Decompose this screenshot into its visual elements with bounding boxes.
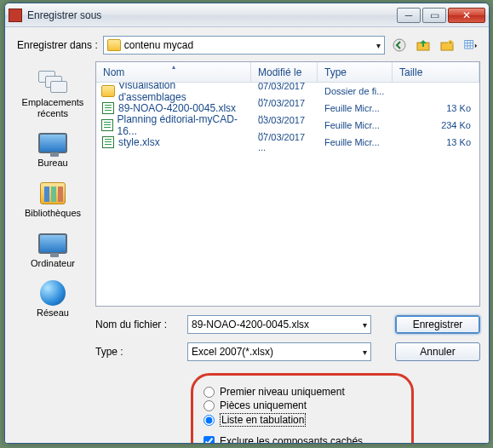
file-name: Planning éditorial-myCAD-16... (118, 113, 244, 137)
places-sidebar: Emplacements récents Bureau Bibliothèque… (10, 61, 95, 444)
file-type: Feuille Micr... (318, 120, 393, 130)
filename-input[interactable]: 89-NOAO-4200-0045.xlsx (187, 315, 371, 334)
save-in-label: Enregistrer dans : (17, 39, 98, 51)
up-one-level-button[interactable] (414, 36, 433, 55)
location-row: Enregistrer dans : contenu mycad (17, 36, 480, 55)
file-type: Feuille Micr... (318, 103, 393, 113)
place-computer[interactable]: Ordinateur (13, 226, 93, 274)
excel-icon (101, 118, 114, 132)
view-menu-button[interactable] (461, 36, 480, 55)
window-title: Enregistrer sous (27, 9, 395, 21)
maximize-button[interactable]: ▭ (422, 8, 446, 23)
titlebar[interactable]: Enregistrer sous ─ ▭ ✕ (5, 3, 489, 27)
col-name[interactable]: ▴Nom (96, 62, 251, 82)
check-exclude-hidden[interactable]: Exclure les composants cachés (204, 435, 382, 444)
dialog-body: Enregistrer dans : contenu mycad (5, 27, 489, 443)
radio-tab-list[interactable]: Liste en tabulation (204, 413, 382, 427)
new-folder-button[interactable] (438, 36, 456, 55)
radio-parts-only[interactable]: Pièces uniquement (204, 399, 382, 411)
app-icon (9, 9, 22, 22)
save-as-dialog: Enregistrer sous ─ ▭ ✕ Enregistrer dans … (4, 3, 490, 444)
type-combo[interactable]: Excel 2007(*.xlsx) (187, 342, 371, 361)
file-row[interactable]: Planning éditorial-myCAD-16...03/03/2017… (96, 117, 479, 134)
col-type[interactable]: Type (318, 62, 393, 82)
type-label: Type : (95, 346, 181, 358)
file-type: Feuille Micr... (318, 137, 393, 147)
column-headers[interactable]: ▴Nom Modifié le Type Taille (96, 62, 479, 83)
location-value: contenu mycad (124, 39, 193, 51)
close-button[interactable]: ✕ (448, 8, 485, 23)
cancel-button[interactable]: Annuler (395, 342, 480, 361)
file-size: 13 Ko (393, 137, 479, 147)
type-row: Type : Excel 2007(*.xlsx) Annuler (95, 342, 480, 361)
file-row[interactable]: style.xlsx07/03/2017 ...Feuille Micr...1… (96, 134, 479, 151)
filename-label: Nom du fichier : (95, 319, 181, 330)
chevron-down-icon (363, 346, 367, 358)
chevron-down-icon (376, 39, 381, 51)
save-button[interactable]: Enregistrer (395, 315, 480, 334)
file-list[interactable]: ▴Nom Modifié le Type Taille Visualisatio… (95, 61, 480, 307)
file-size: 13 Ko (393, 103, 479, 113)
excel-icon (101, 135, 115, 149)
file-row[interactable]: Visualisation d'assemblages07/03/2017 ..… (96, 83, 479, 100)
place-desktop[interactable]: Bureau (13, 125, 93, 174)
export-options-group: Premier niveau uniquement Pièces uniquem… (191, 373, 414, 444)
place-network[interactable]: Réseau (13, 275, 93, 324)
radio-first-level[interactable]: Premier niveau uniquement (204, 386, 382, 398)
col-date[interactable]: Modifié le (251, 62, 318, 82)
file-name: style.xlsx (118, 136, 160, 148)
folder-icon (101, 84, 115, 98)
svg-rect-4 (465, 40, 473, 49)
file-type: Dossier de fi... (318, 86, 393, 96)
col-size[interactable]: Taille (393, 62, 479, 82)
file-date: 07/03/2017 ... (251, 132, 318, 152)
folder-icon (107, 39, 121, 51)
file-size: 234 Ko (393, 120, 479, 130)
minimize-button[interactable]: ─ (397, 8, 421, 23)
location-combo[interactable]: contenu mycad (103, 36, 385, 55)
place-libraries[interactable]: Bibliothèques (13, 175, 93, 224)
svg-point-0 (393, 39, 405, 51)
filename-row: Nom du fichier : 89-NOAO-4200-0045.xlsx … (95, 315, 480, 334)
back-button[interactable] (390, 36, 409, 55)
file-name: Visualisation d'assemblages (118, 83, 244, 103)
chevron-down-icon (363, 319, 367, 330)
file-name: 89-NOAO-4200-0045.xlsx (118, 102, 236, 114)
place-recent[interactable]: Emplacements récents (13, 65, 93, 123)
